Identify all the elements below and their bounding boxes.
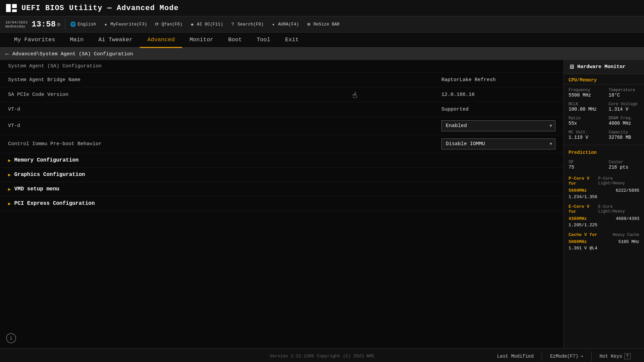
hw-bclk-label: BCLK — [569, 102, 599, 107]
nav-boot[interactable]: Boot — [221, 33, 249, 48]
cache-freq: 5000MHz — [569, 239, 587, 244]
topbar-english[interactable]: 🌐 English — [70, 21, 96, 27]
globe-icon: 🌐 — [70, 21, 76, 27]
nav-tool[interactable]: Tool — [249, 33, 278, 48]
hw-ratio-label: Ratio — [569, 116, 599, 121]
vtd-select[interactable]: Enabled Disabled — [441, 120, 555, 131]
fan-icon: ⟳ — [154, 21, 160, 27]
section-title-pci: PCI Express Configuration — [14, 200, 95, 206]
pcore-lh-label: P-Core Light/Heavy — [598, 176, 639, 186]
hw-prediction-sp-cooler: SP 75 Cooler 216 pts — [564, 157, 644, 173]
hw-core-voltage-cell: Core Voltage 1.314 V — [604, 100, 644, 114]
time-display: 13:58 ⚙ — [32, 20, 60, 28]
hw-dram-freq-cell: DRAM Freq. 4000 MHz — [604, 114, 644, 128]
hw-pcore-section: P-Core V for P-Core Light/Heavy 5600MHz … — [564, 173, 644, 201]
hw-mc-volt-value: 1.119 V — [569, 135, 599, 140]
heavy-cache-label: Heavy Cache — [613, 233, 639, 237]
section-graphics-configuration[interactable]: ▶ Graphics Configuration — [0, 168, 564, 182]
svg-rect-1 — [12, 4, 17, 8]
hw-ratio-cell: Ratio 55x — [564, 114, 604, 128]
hw-bclk-cell: BCLK 100.00 MHz — [564, 100, 604, 114]
expand-arrow-pci: ▶ — [8, 201, 11, 206]
main-layout: System Agent (SA) Configuration System A… — [0, 60, 644, 348]
topbar-qfan[interactable]: ⟳ Qfan(F6) — [154, 21, 182, 27]
ezmode-icon: ⇒ — [580, 353, 583, 359]
settings-icon[interactable]: ⚙ — [57, 21, 60, 28]
header-bar: UEFI BIOS Utility — Advanced Mode — [0, 0, 644, 16]
expand-arrow-memory: ▶ — [8, 158, 11, 163]
hw-cooler-value: 216 pts — [609, 165, 640, 170]
hw-bclk-value: 100.00 MHz — [569, 107, 599, 112]
label-vtd-setting: VT-d — [8, 123, 441, 129]
hw-temperature-cell: Temperature 18°C — [604, 86, 644, 100]
hw-frequency-cell: Frequency 5500 MHz — [564, 86, 604, 100]
value-vtd-info: Supported — [441, 107, 555, 112]
label-iommu: Control Iommu Pre-boot Behavior — [8, 141, 441, 147]
system-agent-header: System Agent (SA) Configuration — [0, 60, 564, 73]
topbar-divider — [65, 19, 65, 29]
breadcrumb: ← Advanced\System Agent (SA) Configurati… — [0, 48, 644, 60]
ecore-lh-label: E-Core Light/Heavy — [598, 204, 639, 214]
day-display: Wednesday — [5, 24, 28, 28]
ecore-v-value: 1.205/1.225 — [569, 222, 639, 228]
hw-divider — [564, 145, 644, 145]
topbar-aura[interactable]: ✦ AURA(F4) — [270, 21, 299, 27]
hw-capacity-value: 32768 MB — [609, 135, 640, 140]
ai-icon: ◈ — [189, 21, 195, 27]
last-modified-button[interactable]: Last Modified — [490, 351, 540, 362]
hw-core-voltage-label: Core Voltage — [609, 102, 640, 107]
nav-menu: My Favorites Main Ai Tweaker Advanced Mo… — [0, 33, 644, 48]
asus-logo — [5, 2, 17, 14]
hw-mc-volt-cell: MC Volt. 1.119 V — [564, 128, 604, 142]
topbar-resizebar[interactable]: ⊞ ReSize BAR — [306, 21, 339, 27]
pcore-v-label: P-Core V for — [569, 176, 598, 186]
svg-rect-2 — [12, 9, 17, 12]
hw-mc-volt-label: MC Volt. — [569, 130, 599, 135]
section-memory-configuration[interactable]: ▶ Memory Configuration — [0, 153, 564, 168]
hw-cooler-label: Cooler — [609, 160, 640, 165]
star-icon: ★ — [103, 21, 109, 27]
iommu-select[interactable]: Disable IOMMU Enable IOMMU — [441, 138, 555, 149]
section-title-graphics: Graphics Configuration — [14, 172, 85, 178]
section-title-vmd: VMD setup menu — [14, 186, 59, 192]
aura-icon: ✦ — [270, 21, 276, 27]
cache-v-value: 1.361 V @L4 — [569, 245, 639, 251]
monitor-icon: 🖥 — [569, 63, 575, 70]
pcore-v-value: 1.234/1.356 — [569, 194, 639, 200]
section-pci-express[interactable]: ▶ PCI Express Configuration — [0, 196, 564, 211]
hot-keys-button[interactable]: Hot Keys ? — [593, 351, 637, 362]
nav-exit[interactable]: Exit — [278, 33, 306, 48]
nav-ai-tweaker[interactable]: Ai Tweaker — [91, 33, 140, 48]
iommu-select-wrapper: Disable IOMMU Enable IOMMU — [441, 138, 555, 149]
hw-monitor-header: 🖥 Hardware Monitor — [564, 60, 644, 74]
footer-version: Version 2.22.1286 Copyright (C) 2023 AMI — [270, 354, 374, 359]
nav-monitor[interactable]: Monitor — [182, 33, 221, 48]
nav-advanced[interactable]: Advanced — [140, 33, 182, 48]
svg-rect-0 — [6, 4, 11, 12]
cpu-memory-title: CPU/Memory — [564, 74, 644, 84]
hw-sp-label: SP — [569, 160, 599, 165]
hw-frequency-label: Frequency — [569, 88, 599, 93]
row-bridge-name: System Agent Bridge Name RaptorLake Refr… — [0, 73, 564, 87]
expand-arrow-vmd: ▶ — [8, 186, 11, 192]
hw-dram-freq-label: DRAM Freq. — [609, 116, 640, 121]
cache-v-label: Cache V for — [569, 232, 597, 237]
app-title: UEFI BIOS Utility — Advanced Mode — [21, 4, 179, 12]
topbar-search[interactable]: ? Search(F9) — [230, 21, 264, 27]
nav-main[interactable]: Main — [62, 33, 91, 48]
date-display: 10/04/2023 — [5, 20, 28, 24]
prediction-title: Prediction — [564, 146, 644, 157]
back-arrow[interactable]: ← — [5, 51, 9, 57]
section-vmd-setup[interactable]: ▶ VMD setup menu — [0, 182, 564, 196]
row-vtd-setting: VT-d Enabled Disabled — [0, 117, 564, 135]
ezmode-button[interactable]: EzMode(F7) ⇒ — [543, 351, 590, 362]
info-button[interactable]: i — [6, 333, 16, 343]
hw-ecore-section: E-Core V for E-Core Light/Heavy 4300MHz … — [564, 201, 644, 230]
nav-my-favorites[interactable]: My Favorites — [7, 33, 62, 48]
hw-monitor-title: Hardware Monitor — [577, 64, 626, 70]
topbar-myfavorite[interactable]: ★ MyFavorite(F3) — [103, 21, 147, 27]
footer: Version 2.22.1286 Copyright (C) 2023 AMI… — [0, 348, 644, 362]
datetime-display: 10/04/2023 Wednesday — [5, 20, 28, 28]
topbar-aioc[interactable]: ◈ AI OC(F11) — [189, 21, 223, 27]
footer-divider-2 — [591, 352, 592, 361]
